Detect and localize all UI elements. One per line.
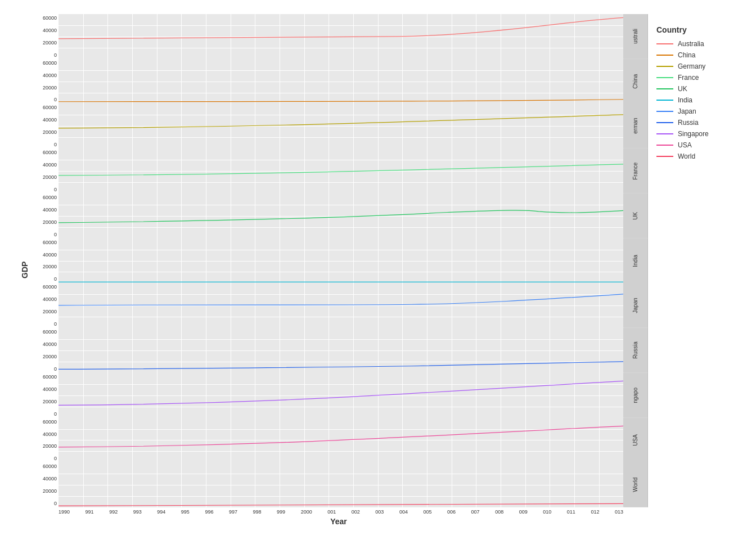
line-path xyxy=(58,294,623,305)
panel-y-ticks: 6000040000200000 xyxy=(29,148,58,194)
x-axis-label: Year xyxy=(29,515,648,526)
y-tick: 0 xyxy=(54,232,57,237)
y-tick: 40000 xyxy=(43,73,57,78)
x-tick: 006 xyxy=(447,509,456,515)
legend-label: China xyxy=(678,51,695,59)
y-tick: 20000 xyxy=(43,40,57,46)
y-tick: 20000 xyxy=(43,309,57,314)
x-tick: 009 xyxy=(519,509,528,515)
x-tick: 007 xyxy=(471,509,480,515)
x-axis-area: 1990991992993994995996997998999200000100… xyxy=(29,507,648,515)
panel-row: 6000040000200000ustrali xyxy=(29,14,648,59)
panels-area: 6000040000200000ustrali6000040000200000C… xyxy=(29,14,648,526)
legend-label: World xyxy=(678,152,695,160)
x-tick: 993 xyxy=(133,509,142,515)
panel-y-ticks: 6000040000200000 xyxy=(29,418,58,463)
y-tick: 60000 xyxy=(43,419,57,425)
panel-body: China xyxy=(58,59,648,104)
y-tick: 20000 xyxy=(43,129,57,135)
x-axis-ticks: 1990991992993994995996997998999200000100… xyxy=(58,507,648,515)
panel-body: Japan xyxy=(58,283,648,328)
y-tick: 60000 xyxy=(43,374,57,380)
panel-y-ticks: 6000040000200000 xyxy=(29,104,58,148)
y-tick: 40000 xyxy=(43,207,57,213)
panel-label: France xyxy=(623,148,648,194)
panel-y-ticks: 6000040000200000 xyxy=(29,328,58,373)
y-tick: 60000 xyxy=(43,464,57,469)
y-tick: 20000 xyxy=(43,264,57,269)
x-tick: 004 xyxy=(399,509,408,515)
x-tick: 002 xyxy=(352,509,360,515)
y-tick: 60000 xyxy=(43,105,57,110)
panel-body: erman xyxy=(58,104,648,148)
legend-line-color xyxy=(656,66,673,67)
legend-line-color xyxy=(656,145,673,146)
y-tick: 20000 xyxy=(43,488,57,494)
legend-label: UK xyxy=(678,85,687,93)
legend-line-color xyxy=(656,156,673,157)
x-tick: 2000 xyxy=(301,509,312,515)
panel-line-svg xyxy=(58,328,623,373)
panel-body: France xyxy=(58,148,648,194)
legend-line-color xyxy=(656,43,673,44)
panel-row: 6000040000200000ngapo xyxy=(29,373,648,418)
legend-title: Country xyxy=(656,25,738,34)
line-path xyxy=(58,504,623,506)
legend-line-color xyxy=(656,111,673,112)
y-tick: 40000 xyxy=(43,296,57,302)
line-path xyxy=(58,381,623,405)
legend-item: China xyxy=(656,51,738,59)
legend-label: France xyxy=(678,74,699,82)
panel-label: ngapo xyxy=(623,373,648,418)
legend-line-color xyxy=(656,122,673,123)
y-tick: 20000 xyxy=(43,85,57,91)
legend-line-color xyxy=(656,55,673,56)
x-tick: 991 xyxy=(86,509,94,515)
panel-y-ticks: 6000040000200000 xyxy=(29,238,58,284)
panel-label: Russia xyxy=(623,328,648,373)
legend-item: Germany xyxy=(656,62,738,70)
x-tick: 013 xyxy=(615,509,623,515)
y-tick: 0 xyxy=(54,276,57,282)
legend-items: Australia China Germany France UK India … xyxy=(656,40,738,164)
legend-line-color xyxy=(656,88,673,89)
panel-label: UK xyxy=(623,194,648,238)
legend-line-color xyxy=(656,77,673,78)
x-tick: 994 xyxy=(157,509,165,515)
x-tick: 997 xyxy=(229,509,237,515)
panel-body: USA xyxy=(58,418,648,463)
y-tick: 20000 xyxy=(43,354,57,359)
panel-row: 6000040000200000China xyxy=(29,59,648,104)
y-tick: 0 xyxy=(54,456,57,461)
line-path xyxy=(58,115,623,128)
chart-outer: GDP 6000040000200000ustrali6000040000200… xyxy=(18,14,738,526)
panel-body: UK xyxy=(58,194,648,238)
y-tick: 40000 xyxy=(43,117,57,123)
panel-row: 6000040000200000World xyxy=(29,462,648,507)
y-tick: 60000 xyxy=(43,150,57,155)
x-tick: 999 xyxy=(277,509,285,515)
panel-label: ustrali xyxy=(623,14,648,59)
panel-body: Russia xyxy=(58,328,648,373)
line-path xyxy=(58,17,623,38)
y-tick: 0 xyxy=(54,97,57,102)
x-tick: 011 xyxy=(567,509,575,515)
x-tick: 012 xyxy=(591,509,599,515)
panel-body: ngapo xyxy=(58,373,648,418)
legend-item: Russia xyxy=(656,119,738,127)
y-tick: 60000 xyxy=(43,195,57,200)
y-tick: 40000 xyxy=(43,386,57,392)
line-path xyxy=(58,362,623,370)
y-tick: 40000 xyxy=(43,252,57,258)
legend-line-color xyxy=(656,133,673,134)
legend-area: Country Australia China Germany France U… xyxy=(648,14,738,526)
panel-label: USA xyxy=(623,418,648,463)
panel-y-ticks: 6000040000200000 xyxy=(29,14,58,59)
legend-item: India xyxy=(656,96,738,104)
legend-label: India xyxy=(678,96,692,104)
y-tick: 40000 xyxy=(43,28,57,33)
panel-label: India xyxy=(623,238,648,284)
legend-label: Russia xyxy=(678,119,699,127)
y-tick: 60000 xyxy=(43,60,57,66)
y-tick: 60000 xyxy=(43,284,57,290)
